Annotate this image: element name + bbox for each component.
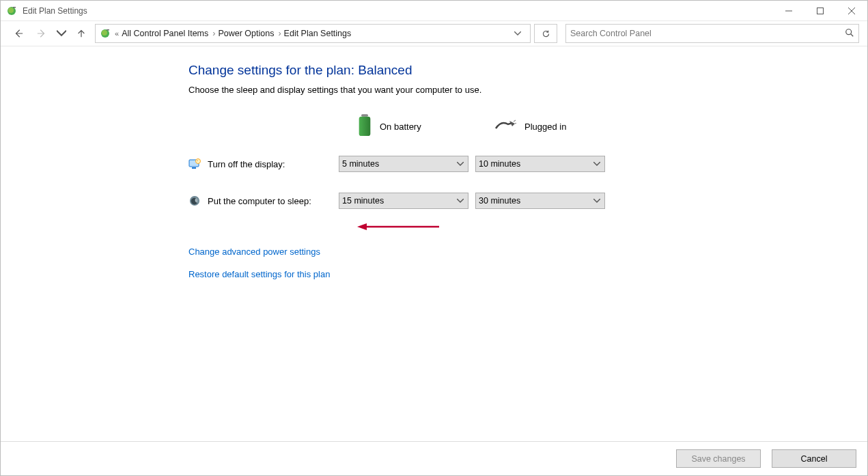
- close-button[interactable]: [836, 1, 867, 21]
- link-advanced-power[interactable]: Change advanced power settings: [188, 247, 867, 257]
- svg-rect-12: [361, 114, 368, 116]
- window-title: Edit Plan Settings: [23, 6, 87, 16]
- search-icon[interactable]: [845, 28, 854, 40]
- cancel-button[interactable]: Cancel: [772, 449, 856, 468]
- sleep-icon: [188, 195, 201, 207]
- breadcrumb-item[interactable]: Edit Plan Settings: [284, 29, 352, 38]
- power-settings-grid: On battery Plugged in Turn off the displ…: [188, 107, 867, 219]
- display-plugged-select[interactable]: 10 minutes: [475, 156, 605, 172]
- sleep-plugged-select[interactable]: 30 minutes: [475, 193, 605, 209]
- row-label-sleep: Put the computer to sleep:: [208, 196, 311, 206]
- links: Change advanced power settings Restore d…: [188, 247, 867, 279]
- svg-rect-4: [817, 8, 824, 14]
- maximize-button[interactable]: [804, 1, 836, 21]
- display-battery-select[interactable]: 5 minutes: [339, 156, 468, 172]
- titlebar: Edit Plan Settings: [1, 1, 867, 21]
- column-header-battery: On battery: [380, 122, 421, 132]
- content-area: Change settings for the plan: Balanced C…: [1, 46, 867, 441]
- display-icon: [188, 158, 201, 170]
- breadcrumb-item[interactable]: Power Options: [218, 29, 274, 38]
- battery-icon: [358, 114, 372, 139]
- row-label-display: Turn off the display:: [208, 159, 285, 169]
- search-input[interactable]: [570, 29, 845, 38]
- page-heading: Change settings for the plan: Balanced: [188, 63, 867, 78]
- address-bar[interactable]: « All Control Panel Items › Power Option…: [95, 24, 531, 43]
- breadcrumb-overflow-icon[interactable]: «: [115, 29, 119, 38]
- toolbar: « All Control Panel Items › Power Option…: [1, 21, 867, 46]
- nav-back-button[interactable]: [9, 24, 28, 43]
- svg-rect-9: [107, 29, 109, 31]
- footer: Save changes Cancel: [1, 441, 867, 475]
- nav-recent-button[interactable]: [55, 24, 68, 43]
- svg-line-11: [851, 33, 854, 36]
- column-header-plugged: Plugged in: [524, 122, 566, 132]
- svg-marker-21: [357, 223, 367, 230]
- search-box[interactable]: [565, 24, 859, 43]
- svg-point-10: [846, 29, 852, 34]
- minimize-button[interactable]: [773, 1, 804, 21]
- chevron-right-icon[interactable]: ›: [278, 29, 281, 38]
- svg-line-14: [514, 120, 516, 122]
- svg-rect-2: [13, 7, 16, 8]
- nav-forward-button[interactable]: [32, 24, 51, 43]
- annotation-arrow: [357, 222, 439, 232]
- address-dropdown-button[interactable]: [509, 25, 526, 42]
- sleep-battery-select[interactable]: 15 minutes: [339, 193, 468, 209]
- breadcrumb-item[interactable]: All Control Panel Items: [122, 29, 208, 38]
- control-panel-icon: [100, 28, 111, 39]
- page-subtext: Choose the sleep and display settings th…: [188, 85, 867, 95]
- svg-point-8: [102, 30, 107, 36]
- refresh-button[interactable]: [534, 24, 557, 43]
- svg-rect-13: [359, 116, 371, 135]
- chevron-right-icon[interactable]: ›: [212, 29, 215, 38]
- link-restore-defaults[interactable]: Restore default settings for this plan: [188, 269, 867, 279]
- save-button[interactable]: Save changes: [676, 449, 761, 468]
- svg-point-1: [8, 8, 14, 13]
- app-icon: [6, 5, 17, 16]
- svg-line-15: [515, 123, 516, 124]
- nav-up-button[interactable]: [72, 24, 91, 43]
- plug-icon: [494, 119, 516, 135]
- svg-rect-17: [192, 167, 196, 169]
